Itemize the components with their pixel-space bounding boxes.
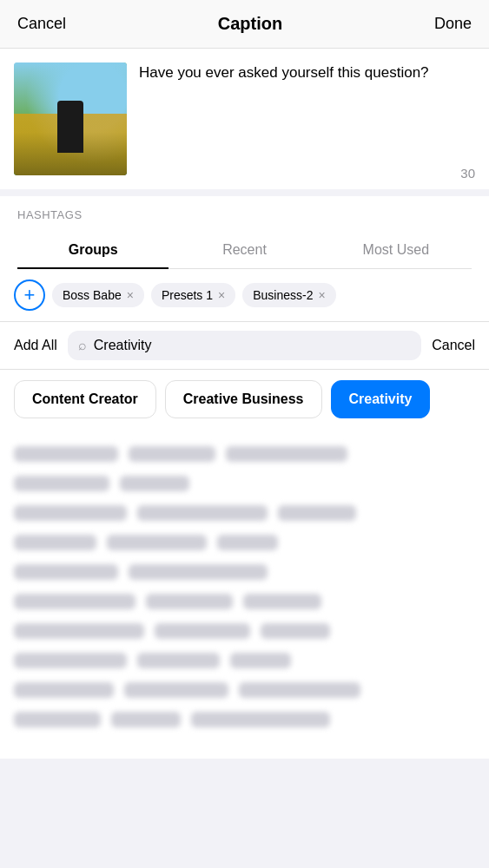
blur-item — [239, 682, 360, 698]
search-input-wrap: ⌕ — [68, 331, 421, 360]
add-group-button[interactable]: + — [14, 279, 45, 311]
caption-area: Have you ever asked yourself this questi… — [0, 49, 489, 189]
filter-chip-creative-business[interactable]: Creative Business — [165, 380, 322, 418]
blur-row-7 — [14, 623, 475, 639]
tab-most-used[interactable]: Most Used — [320, 233, 472, 268]
remove-chip-boss-babe[interactable]: × — [127, 288, 134, 302]
blur-item — [107, 535, 207, 550]
tag-chips-row: + Boss Babe × Presets 1 × Business-2 × — [0, 269, 489, 321]
blur-row-4 — [14, 535, 475, 550]
header: Cancel Caption Done — [0, 0, 489, 49]
blur-item — [120, 476, 189, 491]
search-icon: ⌕ — [78, 338, 87, 353]
filter-chip-content-creator[interactable]: Content Creator — [14, 380, 156, 418]
page-title: Caption — [218, 14, 282, 34]
search-row: Add All ⌕ Cancel — [0, 321, 489, 370]
blur-row-3 — [14, 505, 475, 521]
blur-item — [124, 682, 228, 698]
filter-chip-creativity[interactable]: Creativity — [331, 380, 431, 418]
blur-row-2 — [14, 476, 475, 491]
blur-item — [129, 564, 268, 580]
blur-item — [14, 476, 109, 491]
blur-row-5 — [14, 564, 475, 580]
blur-item — [278, 505, 356, 521]
blur-item — [137, 653, 220, 668]
blur-row-8 — [14, 653, 475, 668]
blur-item — [191, 712, 330, 727]
blur-item — [146, 594, 233, 609]
filter-chips-row: Content Creator Creative Business Creati… — [0, 370, 489, 429]
blur-item — [14, 682, 114, 698]
blur-item — [14, 446, 118, 462]
tab-groups[interactable]: Groups — [17, 233, 169, 268]
blur-item — [14, 653, 127, 668]
blur-item — [129, 446, 215, 462]
blur-item — [14, 505, 127, 521]
blur-row-9 — [14, 682, 475, 698]
blur-item — [230, 653, 291, 668]
blur-item — [14, 594, 135, 609]
tag-chip-business2[interactable]: Business-2 × — [242, 283, 335, 307]
hashtags-label: HASHTAGS — [17, 208, 472, 221]
blur-item — [14, 623, 144, 639]
tag-chip-boss-babe[interactable]: Boss Babe × — [52, 283, 144, 307]
caption-text: Have you ever asked yourself this questi… — [139, 64, 429, 81]
blur-row-6 — [14, 594, 475, 609]
search-input[interactable] — [94, 338, 411, 353]
post-image — [14, 62, 127, 175]
blur-item — [111, 712, 181, 727]
blur-item — [261, 623, 330, 639]
blur-row-1 — [14, 446, 475, 462]
cancel-search-button[interactable]: Cancel — [432, 338, 475, 353]
blur-item — [217, 535, 278, 550]
tab-recent[interactable]: Recent — [169, 233, 320, 268]
blur-item — [14, 564, 118, 580]
blur-item — [14, 712, 101, 727]
done-button[interactable]: Done — [434, 15, 472, 33]
char-count: 30 — [460, 166, 475, 181]
remove-chip-business2[interactable]: × — [319, 288, 326, 302]
blur-item — [155, 623, 250, 639]
blur-item — [226, 446, 347, 462]
blur-item — [243, 594, 321, 609]
cancel-button[interactable]: Cancel — [17, 15, 66, 33]
blurred-hashtag-list — [0, 429, 489, 759]
tag-chip-presets1[interactable]: Presets 1 × — [151, 283, 235, 307]
blur-item — [137, 505, 268, 521]
hashtags-section: HASHTAGS Groups Recent Most Used — [0, 196, 489, 269]
blur-item — [14, 535, 96, 550]
add-all-button[interactable]: Add All — [14, 338, 57, 353]
hashtag-tabs: Groups Recent Most Used — [17, 233, 472, 269]
caption-text-container[interactable]: Have you ever asked yourself this questi… — [139, 62, 475, 83]
blur-row-10 — [14, 712, 475, 727]
remove-chip-presets1[interactable]: × — [218, 288, 225, 302]
